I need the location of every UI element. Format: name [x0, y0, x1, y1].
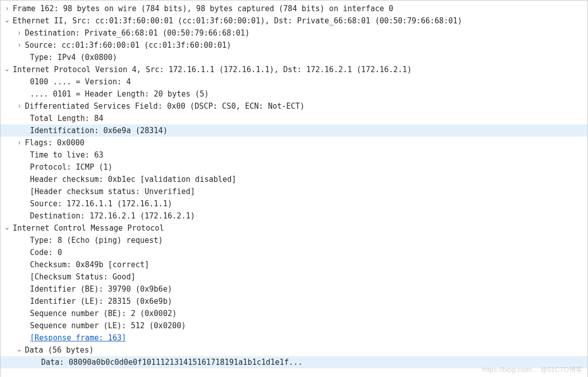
icmp-data-bytes: Data: 08090a0b0c0d0e0f101112131415161718… — [39, 356, 303, 368]
icmp-type-row[interactable]: Type: 8 (Echo (ping) request) — [1, 234, 587, 246]
ethernet-summary-row[interactable]: Ethernet II, Src: cc:01:3f:60:00:01 (cc:… — [1, 15, 587, 27]
ip-identification: Identification: 0x6e9a (28314) — [28, 124, 168, 137]
ip-hdr-len-row[interactable]: .... 0101 = Header Length: 20 bytes (5) — [1, 88, 587, 100]
icmp-checksum-status-row[interactable]: [Checksum Status: Good] — [1, 271, 587, 283]
icmp-checksum: Checksum: 0x849b [correct] — [28, 259, 149, 271]
icmp-id-be-row[interactable]: Identifier (BE): 39790 (0x9b6e) — [1, 283, 587, 295]
collapse-icon[interactable] — [16, 344, 23, 357]
packet-details-pane[interactable]: Frame 162: 98 bytes on wire (784 bits), … — [0, 0, 588, 377]
expand-icon[interactable] — [16, 39, 23, 52]
ethernet-destination-row[interactable]: Destination: Private_66:68:01 (00:50:79:… — [1, 27, 587, 39]
ip-ttl-row[interactable]: Time to live: 63 — [1, 149, 587, 161]
ethernet-type: Type: IPv4 (0x0800) — [28, 51, 117, 64]
collapse-icon[interactable] — [4, 64, 11, 76]
icmp-summary-row[interactable]: Internet Control Message Protocol — [1, 222, 587, 234]
icmp-response-frame-link[interactable]: [Response frame: 163] — [28, 332, 126, 344]
ip-protocol: Protocol: ICMP (1) — [28, 161, 113, 173]
icmp-code: Code: 0 — [28, 246, 62, 259]
frame-summary-row[interactable]: Frame 162: 98 bytes on wire (784 bits), … — [1, 3, 587, 15]
ethernet-source: Source: cc:01:3f:60:00:01 (cc:01:3f:60:0… — [23, 39, 231, 51]
ip-flags: Flags: 0x0000 — [23, 137, 84, 149]
ip-checksum: Header checksum: 0xb1ec [validation disa… — [28, 173, 236, 185]
icmp-code-row[interactable]: Code: 0 — [1, 246, 587, 259]
ip-ttl: Time to live: 63 — [28, 149, 104, 161]
ip-destination: Destination: 172.16.2.1 (172.16.2.1) — [28, 210, 195, 222]
icmp-type: Type: 8 (Echo (ping) request) — [28, 234, 163, 246]
icmp-checksum-row[interactable]: Checksum: 0x849b [correct] — [1, 259, 587, 271]
ip-destination-row[interactable]: Destination: 172.16.2.1 (172.16.2.1) — [1, 210, 587, 222]
icmp-response-frame-row[interactable]: [Response frame: 163] — [1, 332, 587, 344]
ip-checksum-status-row[interactable]: [Header checksum status: Unverified] — [1, 185, 587, 198]
ip-dsfield: Differentiated Services Field: 0x00 (DSC… — [23, 100, 305, 112]
ethernet-source-row[interactable]: Source: cc:01:3f:60:00:01 (cc:01:3f:60:0… — [1, 39, 587, 51]
ip-version-row[interactable]: 0100 .... = Version: 4 — [1, 76, 587, 88]
ip-summary-row[interactable]: Internet Protocol Version 4, Src: 172.16… — [1, 64, 587, 76]
ip-protocol-row[interactable]: Protocol: ICMP (1) — [1, 161, 587, 173]
expand-icon[interactable] — [4, 3, 11, 15]
ip-checksum-status: [Header checksum status: Unverified] — [28, 185, 195, 198]
expand-icon[interactable] — [16, 137, 23, 149]
ethernet-type-row[interactable]: Type: IPv4 (0x0800) — [1, 51, 587, 64]
expand-icon[interactable] — [16, 100, 23, 113]
collapse-icon[interactable] — [4, 15, 11, 27]
ip-source: Source: 172.16.1.1 (172.16.1.1) — [28, 198, 172, 210]
icmp-checksum-status: [Checksum Status: Good] — [28, 271, 136, 283]
expand-icon[interactable] — [16, 27, 23, 40]
icmp-id-be: Identifier (BE): 39790 (0x9b6e) — [28, 283, 172, 295]
icmp-seq-le-row[interactable]: Sequence number (LE): 512 (0x0200) — [1, 320, 587, 332]
ip-flags-row[interactable]: Flags: 0x0000 — [1, 137, 587, 149]
ip-total-len: Total Length: 84 — [28, 112, 104, 124]
ip-dsfield-row[interactable]: Differentiated Services Field: 0x00 (DSC… — [1, 100, 587, 112]
ip-source-row[interactable]: Source: 172.16.1.1 (172.16.1.1) — [1, 198, 587, 210]
ip-summary: Internet Protocol Version 4, Src: 172.16… — [11, 64, 412, 76]
icmp-id-le-row[interactable]: Identifier (LE): 28315 (0x6e9b) — [1, 295, 587, 307]
icmp-seq-le: Sequence number (LE): 512 (0x0200) — [28, 320, 186, 332]
collapse-icon[interactable] — [4, 222, 11, 235]
frame-summary: Frame 162: 98 bytes on wire (784 bits), … — [11, 3, 394, 15]
icmp-seq-be-row[interactable]: Sequence number (BE): 2 (0x0002) — [1, 307, 587, 320]
ethernet-summary: Ethernet II, Src: cc:01:3f:60:00:01 (cc:… — [11, 15, 462, 27]
watermark: https://blog.csdn… @51CTO博客 — [482, 365, 582, 374]
ip-version: 0100 .... = Version: 4 — [28, 76, 131, 88]
ip-identification-row[interactable]: Identification: 0x6e9a (28314) — [1, 124, 587, 137]
ip-hdr-len: .... 0101 = Header Length: 20 bytes (5) — [28, 88, 209, 100]
ethernet-destination: Destination: Private_66:68:01 (00:50:79:… — [23, 27, 250, 39]
icmp-summary: Internet Control Message Protocol — [11, 222, 164, 234]
ip-total-len-row[interactable]: Total Length: 84 — [1, 112, 587, 124]
icmp-data-summary-row[interactable]: Data (56 bytes) — [1, 344, 587, 356]
icmp-seq-be: Sequence number (BE): 2 (0x0002) — [28, 307, 177, 320]
icmp-id-le: Identifier (LE): 28315 (0x6e9b) — [28, 295, 172, 307]
ip-checksum-row[interactable]: Header checksum: 0xb1ec [validation disa… — [1, 173, 587, 185]
icmp-data-summary: Data (56 bytes) — [23, 344, 93, 356]
